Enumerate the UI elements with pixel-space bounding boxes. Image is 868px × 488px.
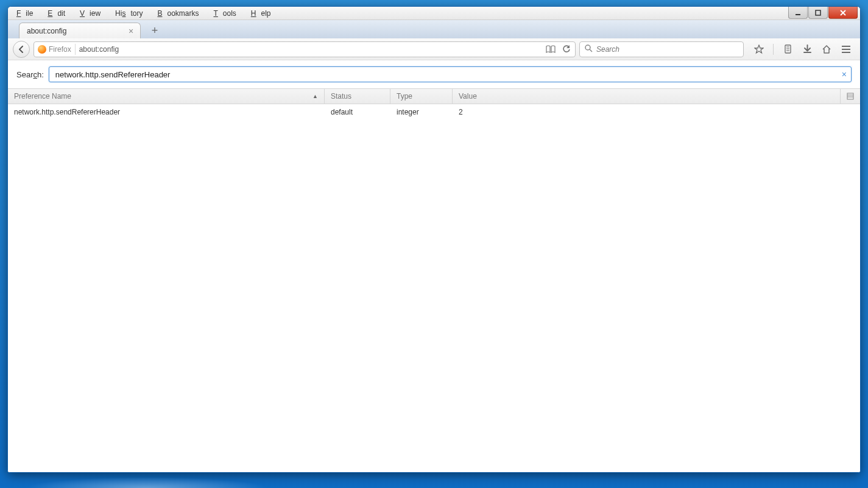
cell-value: 2 [453, 108, 860, 116]
desktop-background-hint [24, 477, 268, 488]
urlbar-right [542, 44, 571, 54]
menu-bookmarks[interactable]: Bookmarks [152, 8, 208, 19]
reader-mode-icon[interactable] [546, 44, 556, 54]
tab-close-icon[interactable]: × [127, 27, 135, 35]
pref-search-input-wrap: × [49, 66, 852, 82]
back-button[interactable] [13, 41, 30, 58]
search-input[interactable] [596, 45, 738, 54]
minimize-button[interactable] [788, 7, 808, 19]
column-status[interactable]: Status [325, 89, 390, 104]
menu-help[interactable]: Help [246, 8, 281, 19]
url-text: about:config [79, 45, 538, 54]
menu-icon[interactable] [841, 44, 852, 55]
toolbar-icons [747, 44, 855, 55]
firefox-icon [38, 45, 46, 54]
svg-point-2 [585, 45, 590, 50]
table-row[interactable]: network.http.sendRefererHeader default i… [8, 104, 860, 120]
column-preference-name[interactable]: Preference Name ▲ [8, 89, 325, 104]
navigation-toolbar: Firefox about:config [8, 38, 860, 60]
new-tab-button[interactable]: + [147, 24, 163, 37]
cell-type: integer [390, 108, 453, 116]
browser-window: File Edit View History Bookmarks Tools H… [7, 6, 861, 473]
column-value[interactable]: Value [453, 89, 841, 104]
menu-file[interactable]: File [12, 8, 43, 19]
url-bar[interactable]: Firefox about:config [34, 41, 576, 57]
clear-search-icon[interactable]: × [842, 69, 847, 79]
menu-bar: File Edit View History Bookmarks Tools H… [8, 7, 860, 20]
svg-rect-12 [847, 93, 853, 99]
menu-history[interactable]: History [110, 8, 152, 19]
cell-name: network.http.sendRefererHeader [8, 108, 325, 116]
bookmark-star-icon[interactable] [753, 44, 764, 55]
sort-ascending-icon: ▲ [312, 93, 318, 99]
svg-rect-0 [796, 14, 800, 15]
cell-status: default [325, 108, 390, 116]
svg-rect-1 [816, 10, 820, 15]
maximize-button[interactable] [808, 7, 828, 19]
svg-line-3 [590, 49, 592, 52]
column-picker-icon[interactable] [841, 89, 860, 104]
toolbar-separator [773, 44, 774, 55]
pref-table-header: Preference Name ▲ Status Type Value [8, 88, 860, 104]
downloads-icon[interactable] [802, 44, 813, 55]
menu-edit[interactable]: Edit [43, 8, 75, 19]
home-icon[interactable] [821, 44, 832, 55]
about-config-content: Search: × Preference Name ▲ Status Type … [8, 60, 860, 472]
reload-icon[interactable] [562, 44, 571, 54]
tab-strip: about:config × + [8, 20, 860, 38]
menu-view[interactable]: View [75, 8, 110, 19]
tab-about-config[interactable]: about:config × [19, 23, 141, 38]
column-type[interactable]: Type [390, 89, 453, 104]
identity-box[interactable]: Firefox [38, 44, 76, 55]
window-controls [788, 7, 858, 19]
tab-title: about:config [27, 27, 66, 35]
identity-label: Firefox [49, 45, 71, 54]
close-button[interactable] [828, 7, 858, 19]
pref-search-label: Search: [16, 70, 44, 79]
search-icon [585, 44, 593, 54]
pref-search-input[interactable] [49, 66, 852, 82]
menu-tools[interactable]: Tools [208, 8, 245, 19]
search-bar[interactable] [579, 41, 744, 57]
sidebar-icon[interactable] [782, 44, 793, 55]
pref-search-row: Search: × [8, 60, 860, 88]
pref-table-body: network.http.sendRefererHeader default i… [8, 104, 860, 472]
